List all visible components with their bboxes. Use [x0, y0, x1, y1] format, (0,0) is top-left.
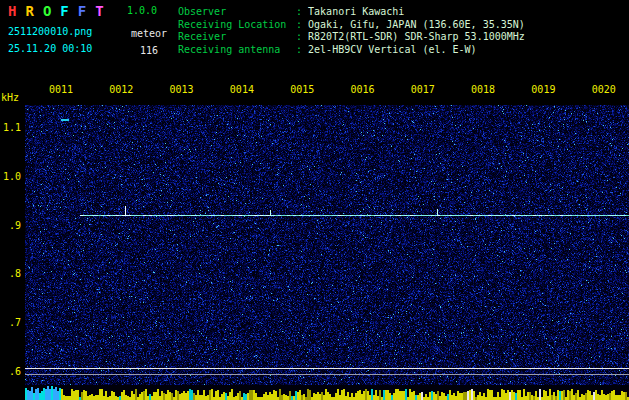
freq-axis-unit: kHz [1, 92, 19, 103]
filename-label: 2511200010.png [8, 26, 92, 37]
logo-letter: O [43, 3, 60, 19]
sample-count: 116 [140, 45, 158, 56]
info-row-separator: : [290, 31, 308, 42]
observer-info: Observer : Takanori KawachiReceiving Loc… [178, 6, 525, 56]
app-logo: HROFFT [8, 3, 113, 19]
freq-axis-label: 1.1 [3, 122, 21, 133]
time-axis-label: 0016 [350, 84, 374, 95]
time-axis-label: 0017 [411, 84, 435, 95]
freq-axis-label: .7 [9, 317, 21, 328]
time-axis-label: 0015 [290, 84, 314, 95]
time-axis-label: 0014 [230, 84, 254, 95]
datetime-label: 25.11.20 00:10 [8, 43, 92, 54]
time-axis-label: 0013 [170, 84, 194, 95]
logo-letter: F [60, 3, 77, 19]
info-row-label: Receiving Location [178, 19, 290, 32]
info-row-label: Receiver [178, 31, 290, 44]
info-row: Observer : Takanori Kawachi [178, 6, 525, 19]
freq-axis-label: .9 [9, 219, 21, 230]
info-row-separator: : [290, 19, 308, 30]
time-axis-label: 0011 [49, 84, 73, 95]
logo-letter: T [95, 3, 112, 19]
time-axis: 0011001200130014001500160017001800190020 [0, 84, 629, 96]
info-row-value: 2el-HB9CV Vertical (el. E-W) [308, 44, 477, 55]
freq-axis-label: .6 [9, 366, 21, 377]
time-axis-label: 0012 [109, 84, 133, 95]
freq-axis: 1.11.0.9.8.7.6 [0, 105, 24, 395]
info-row-separator: : [290, 6, 308, 17]
info-row-label: Receiving antenna [178, 44, 290, 57]
freq-axis-label: 1.0 [3, 170, 21, 181]
hrofft-window: HROFFT 1.0.0 2511200010.png meteor 25.11… [0, 0, 629, 400]
info-row-label: Observer [178, 6, 290, 19]
info-row-separator: : [290, 44, 308, 55]
info-row: Receiver : R820T2(RTL-SDR) SDR-Sharp 53.… [178, 31, 525, 44]
info-row: Receiving Location : Ogaki, Gifu, JAPAN … [178, 19, 525, 32]
freq-axis-label: .8 [9, 268, 21, 279]
spectrogram-canvas [25, 105, 629, 400]
mode-label: meteor [131, 28, 167, 39]
info-row-value: Ogaki, Gifu, JAPAN (136.60E, 35.35N) [308, 19, 525, 30]
logo-letter: H [8, 3, 25, 19]
time-axis-label: 0019 [531, 84, 555, 95]
info-row: Receiving antenna : 2el-HB9CV Vertical (… [178, 44, 525, 57]
app-version: 1.0.0 [127, 5, 157, 16]
time-axis-label: 0018 [471, 84, 495, 95]
info-row-value: R820T2(RTL-SDR) SDR-Sharp 53.1000MHz [308, 31, 525, 42]
logo-letter: R [25, 3, 42, 19]
logo-letter: F [78, 3, 95, 19]
info-row-value: Takanori Kawachi [308, 6, 404, 17]
time-axis-label: 0020 [592, 84, 616, 95]
